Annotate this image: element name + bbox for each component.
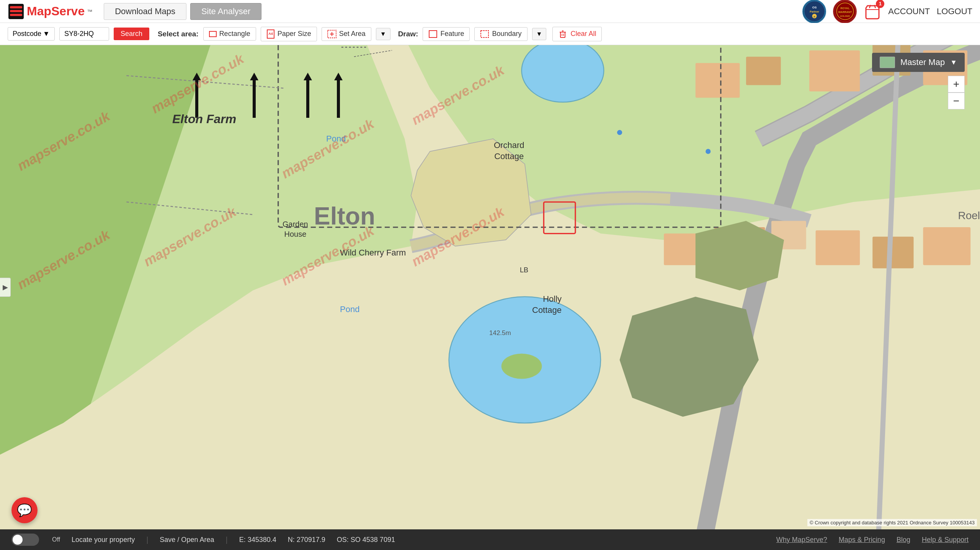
collapse-panel-button[interactable]: ▶ [0,278,11,297]
feature-label: Feature [440,30,464,38]
save-open-area-button[interactable]: Save / Open Area [160,536,214,544]
set-area-button[interactable]: Set Area [322,27,371,41]
svg-text:ROYAL: ROYAL [840,7,850,10]
svg-rect-39 [696,63,740,98]
svg-rect-41 [809,50,860,91]
trash-icon [558,29,567,39]
chat-bubble-button[interactable]: 💬 [11,497,38,523]
zoom-in-button[interactable]: + [948,76,965,93]
site-analyser-button[interactable]: Site Analyser [190,3,261,20]
svg-rect-22 [560,32,565,37]
toggle-knob [13,535,23,545]
master-map-dropdown-arrow: ▼ [950,59,957,67]
blog-link[interactable]: Blog [897,536,910,544]
os-partner-badge: OS Partner P [802,0,826,23]
logo-icon [8,3,24,20]
chat-icon: 💬 [17,503,32,517]
draw-dropdown-button[interactable]: ▼ [532,28,547,40]
search-button[interactable]: Search [114,28,149,40]
logo-tm: ™ [87,8,92,15]
postcode-dropdown[interactable]: Postcode ▼ [8,27,55,41]
svg-rect-3 [10,14,22,16]
basket-count: 1 [876,0,884,8]
footer-div-2: | [225,535,227,544]
svg-point-67 [617,130,622,135]
basket-icon[interactable]: 1 [864,3,881,20]
feature-button[interactable]: Feature [423,27,470,41]
map-container[interactable]: Elton Farm Pond Elton GardenHouse Wild C… [0,45,980,529]
red-badge: ROYAL WARRANT HOLDER [833,0,857,23]
locate-property-toggle[interactable] [11,534,39,546]
rectangle-icon [209,31,217,37]
easting-display: E: 345380.4 [239,536,276,544]
svg-rect-40 [746,57,781,85]
download-maps-button[interactable]: Download Maps [104,3,186,20]
svg-rect-1 [10,6,22,8]
select-area-dropdown-button[interactable]: ▼ [376,28,390,40]
svg-text:OS: OS [812,6,817,9]
help-support-link[interactable]: Help & Support [922,536,969,544]
zoom-controls: + − [948,76,965,109]
svg-text:A4: A4 [268,32,273,36]
northing-display: N: 270917.9 [288,536,325,544]
svg-point-60 [501,353,542,379]
svg-rect-47 [816,230,860,265]
account-link[interactable]: ACCOUNT [888,7,930,16]
svg-rect-21 [481,31,488,37]
clear-all-label: Clear All [570,30,596,38]
postcode-label: Postcode [13,30,41,38]
postcode-dropdown-arrow: ▼ [43,30,50,38]
svg-rect-2 [10,10,22,12]
logout-link[interactable]: LOGOUT [937,7,972,16]
master-map-label: Master Map [900,57,945,67]
svg-rect-48 [872,237,913,268]
svg-text:WARRANT: WARRANT [838,11,852,13]
paper-size-label: Paper Size [278,30,311,38]
svg-point-68 [706,149,710,154]
map-thumbnail [880,57,895,68]
svg-rect-49 [923,227,970,265]
rectangle-button[interactable]: Rectangle [203,27,256,41]
logo-text: MapServe [27,4,85,18]
paper-size-icon: A4 [266,29,275,39]
svg-point-58 [522,45,604,102]
draw-label: Draw: [398,30,418,38]
footer-div-1: | [146,535,148,544]
svg-text:P: P [813,16,815,18]
master-map-dropdown[interactable]: Master Map ▼ [872,53,965,72]
rectangle-label: Rectangle [219,30,250,38]
logo: MapServe™ [8,3,92,20]
set-area-label: Set Area [339,30,366,38]
svg-text:Partner: Partner [810,10,819,13]
paper-size-button[interactable]: A4 Paper Size [261,27,317,41]
os-ref-display: OS: SO 4538 7091 [337,536,395,544]
set-area-icon [327,30,336,38]
boundary-icon [480,30,489,38]
collapse-arrow: ▶ [3,283,8,291]
maps-pricing-link[interactable]: Maps & Pricing [839,536,885,544]
postcode-input[interactable] [59,27,109,41]
boundary-label: Boundary [492,30,521,38]
svg-text:HOLDER: HOLDER [840,15,850,17]
map-svg [0,45,980,529]
feature-icon [428,30,438,38]
zoom-out-button[interactable]: − [948,93,965,109]
toggle-off-label: Off [52,536,60,543]
why-mapserve-link[interactable]: Why MapServe? [776,536,827,544]
clear-all-button[interactable]: Clear All [552,27,602,41]
locate-property-text: Locate your property [72,536,135,544]
svg-marker-61 [411,139,531,246]
boundary-button[interactable]: Boundary [474,27,527,41]
svg-rect-20 [429,31,437,37]
select-area-label: Select area: [158,30,199,38]
